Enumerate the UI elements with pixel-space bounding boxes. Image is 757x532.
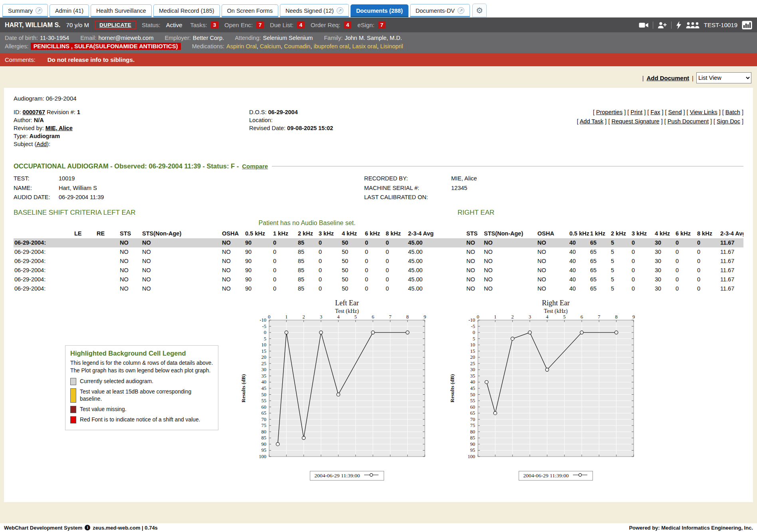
settings-gear-button[interactable]: ⚙ xyxy=(472,4,487,17)
tab-on-screen-forms[interactable]: On Screen Forms xyxy=(222,4,278,17)
table-row[interactable]: 06-29-2004:NONONO900850500045.00NONONO40… xyxy=(14,284,743,293)
action-properties[interactable]: Properties xyxy=(596,109,622,115)
svg-text:7: 7 xyxy=(598,314,600,320)
charts-region: Highlighted Background Cell Legend This … xyxy=(14,297,743,491)
table-cell xyxy=(96,266,119,275)
tab-needs-signed[interactable]: Needs Signed (12)↗ xyxy=(280,4,349,17)
counter-badge-esign[interactable]: 7 xyxy=(378,21,386,29)
svg-text:0: 0 xyxy=(268,314,270,320)
series-label: 2004-06-29 11:39:00 xyxy=(523,473,569,479)
svg-text:55: 55 xyxy=(262,398,267,403)
counter-badge-order-req[interactable]: 4 xyxy=(344,21,351,29)
svg-text:5: 5 xyxy=(473,336,475,341)
table-cell: 40 xyxy=(569,257,589,266)
svg-text:9: 9 xyxy=(424,314,426,320)
subject-add-link[interactable]: Add xyxy=(36,141,47,147)
medication-link[interactable]: Calcium xyxy=(260,43,281,49)
tab-summary[interactable]: Summary↗ xyxy=(2,4,48,17)
action-sign-doc[interactable]: Sign Doc xyxy=(717,118,740,125)
counter-badge-tasks[interactable]: 3 xyxy=(211,21,218,29)
patient-demographics-bar: Date of birth:11-30-1954 Email:horner@mi… xyxy=(0,32,757,53)
column-header: 1 kHz xyxy=(589,229,610,238)
table-cell: 45.00 xyxy=(407,238,466,247)
svg-text:5: 5 xyxy=(264,336,266,341)
revised-by-link[interactable]: MIE, Alice xyxy=(46,125,73,131)
table-header-row: LERESTSSTS(Non-Age)OSHA0.5 kHz1 kHz2 kHz… xyxy=(14,229,743,238)
svg-text:45: 45 xyxy=(262,386,267,391)
action-fax[interactable]: Fax xyxy=(650,109,660,115)
users-icon[interactable] xyxy=(686,22,700,29)
counter-badge-open-enc[interactable]: 7 xyxy=(256,21,264,29)
view-select[interactable]: List View xyxy=(696,72,751,83)
counter-badge-due-list[interactable]: 4 xyxy=(297,21,305,29)
column-header: STS xyxy=(466,229,483,238)
tab-documents[interactable]: Documents (288) xyxy=(351,4,408,17)
table-cell xyxy=(96,275,119,284)
table-cell: 30 xyxy=(654,266,675,275)
table-cell: 11.67 xyxy=(719,275,743,284)
action-view-links[interactable]: View Links xyxy=(690,109,717,115)
medication-link[interactable]: Lisinopril xyxy=(380,43,403,49)
right-ear-section-title: RIGHT EAR xyxy=(458,209,494,217)
legend-swatch xyxy=(70,388,76,403)
table-cell: NO xyxy=(141,238,221,247)
table-row[interactable]: 06-29-2004:NONONO900850500045.00NONONO40… xyxy=(14,266,743,275)
table-cell: 65 xyxy=(589,266,610,275)
svg-text:85: 85 xyxy=(470,435,476,441)
action-push-document[interactable]: Push Document xyxy=(668,118,709,125)
right-ear-plot: 0123456789-10-50510152025303540455055606… xyxy=(448,314,639,466)
table-cell: 45.00 xyxy=(407,284,466,293)
document-id-link[interactable]: 0000767 xyxy=(23,109,45,115)
svg-text:35: 35 xyxy=(262,373,267,378)
medication-link[interactable]: ibuprofen oral xyxy=(313,43,349,49)
tab-documents-dv[interactable]: Documents-DV↗ xyxy=(410,4,470,17)
lightning-icon[interactable] xyxy=(676,21,682,29)
svg-text:50: 50 xyxy=(262,392,267,397)
table-row[interactable]: 06-29-2004:NONONO900850500045.00NONONO40… xyxy=(14,275,743,284)
svg-text:40: 40 xyxy=(262,379,267,385)
duplicate-flag[interactable]: DUPLICATE xyxy=(95,21,136,29)
medication-link[interactable]: Coumadin xyxy=(284,43,310,49)
chart-icon[interactable] xyxy=(742,21,752,30)
column-header: 2-3-4 Avg xyxy=(719,229,743,238)
table-row[interactable]: 06-29-2004:NONONO900850500045.00NONONO40… xyxy=(14,238,743,247)
action-batch[interactable]: Batch xyxy=(725,109,740,115)
add-user-icon[interactable] xyxy=(658,22,667,29)
action-add-task[interactable]: Add Task xyxy=(580,118,603,125)
info-icon[interactable]: i xyxy=(85,525,90,530)
patient-name: HART, WILLIAM S. xyxy=(5,22,61,29)
table-cell: 65 xyxy=(589,275,610,284)
add-document-link[interactable]: Add Document xyxy=(646,75,689,81)
action-print[interactable]: Print xyxy=(630,109,642,115)
svg-text:0: 0 xyxy=(473,330,475,335)
table-row[interactable]: 06-29-2004:NONONO900850500045.00NONONO40… xyxy=(14,257,743,266)
table-cell: 65 xyxy=(589,247,610,257)
medication-link[interactable]: Lasix oral xyxy=(352,43,377,49)
tab-label: Documents-DV xyxy=(416,8,455,14)
compare-link[interactable]: Compare xyxy=(242,163,268,170)
external-link-icon[interactable]: ↗ xyxy=(458,7,464,14)
action-send[interactable]: Send xyxy=(668,109,682,115)
external-link-icon[interactable]: ↗ xyxy=(36,7,42,14)
svg-text:-5: -5 xyxy=(471,323,475,329)
table-cell: NO xyxy=(466,247,483,257)
tab-health-surveillance[interactable]: Health Surveillance xyxy=(91,4,152,17)
author-value: N/A xyxy=(34,117,44,123)
table-cell: 0 xyxy=(318,275,341,284)
table-cell xyxy=(96,247,119,257)
video-camera-icon[interactable] xyxy=(639,22,648,28)
table-cell: 0 xyxy=(318,266,341,275)
email-value[interactable]: horner@mieweb.com xyxy=(98,35,153,41)
medication-link[interactable]: Aspirin Oral xyxy=(226,43,257,49)
document-meta-left: ID: 0000767 Revision #: 1 Author: N/A Re… xyxy=(14,108,249,148)
action-request-signature[interactable]: Request Signature xyxy=(612,118,660,125)
svg-text:7: 7 xyxy=(389,314,391,320)
tab-medical-record[interactable]: Medical Record (185) xyxy=(153,4,220,17)
table-row[interactable]: 06-29-2004:NONONO900850500045.00NONONO40… xyxy=(14,247,743,257)
allergies-value[interactable]: PENICILLINS , SULFA(SULFONAMIDE ANTIBIOT… xyxy=(31,43,181,50)
tab-admin[interactable]: Admin (41) xyxy=(50,4,89,17)
svg-text:2: 2 xyxy=(511,314,514,320)
table-cell: NO xyxy=(221,247,244,257)
external-link-icon[interactable]: ↗ xyxy=(337,7,343,14)
tab-label: On Screen Forms xyxy=(227,8,273,14)
